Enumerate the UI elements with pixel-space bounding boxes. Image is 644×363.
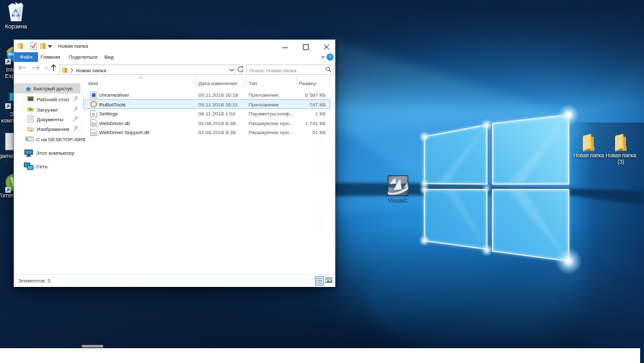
svg-text:?: ? <box>328 54 332 60</box>
